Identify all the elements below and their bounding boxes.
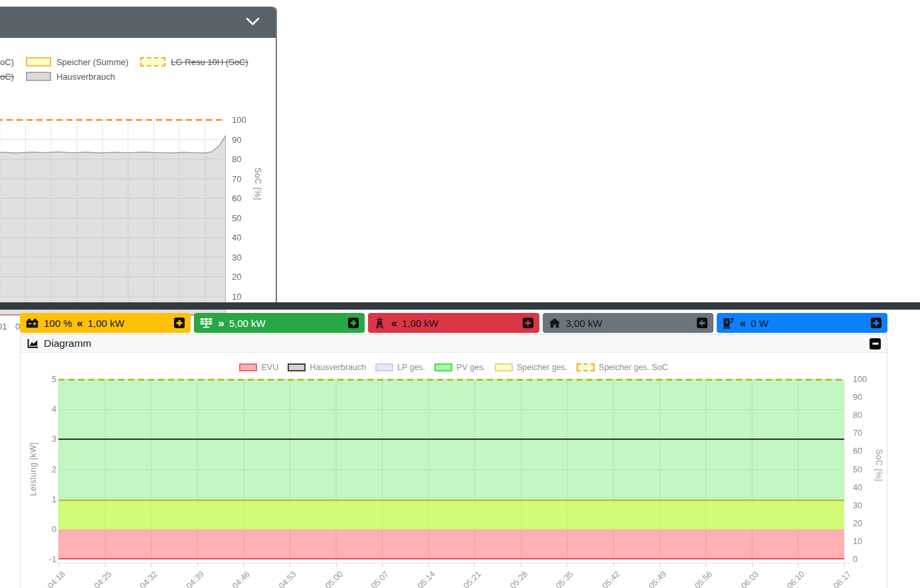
y-tick-label: 0 xyxy=(52,525,56,534)
legend-label: oC) xyxy=(0,57,14,67)
legend-swatch xyxy=(239,363,257,371)
y-tick-label: 50 xyxy=(232,213,241,223)
x-tick-mark xyxy=(844,563,845,567)
plus-square-icon[interactable] xyxy=(697,318,707,328)
y-tick-label: 80 xyxy=(232,154,241,164)
legend-swatch xyxy=(26,57,51,66)
x-tick-mark xyxy=(151,563,151,567)
soc-chart-panel: oC)Speicher (Summe)LG Resu 10H (SoC)oC)H… xyxy=(0,7,277,302)
x-tick-label: 05:00 xyxy=(317,569,344,588)
legend-label: Speicher ges. SoC xyxy=(598,363,668,372)
x-tick-mark xyxy=(521,563,521,567)
y-tick-label: 90 xyxy=(853,393,862,402)
x-tick-label: 05:21 xyxy=(456,569,483,588)
minus-square-icon[interactable] xyxy=(870,338,881,349)
chevron-down-icon[interactable] xyxy=(246,17,260,26)
chart-area-icon xyxy=(27,338,39,349)
x-tick-label: 04:18 xyxy=(40,569,67,588)
status-button-pv[interactable]: »5,00 kW xyxy=(194,313,365,333)
y-tick-label: 100 xyxy=(232,115,246,125)
y-tick-label: 2 xyxy=(52,465,56,474)
legend-item[interactable]: EVU xyxy=(239,363,278,372)
diagram-yaxis-left-title: Leistung [kW] xyxy=(29,436,38,502)
x-tick-mark xyxy=(243,563,244,567)
legend-label: LP ges. xyxy=(397,363,425,372)
x-tick-mark xyxy=(382,563,383,567)
x-tick-label: 06:03 xyxy=(733,569,761,588)
x-tick-mark xyxy=(613,563,614,567)
status-button-chargepoint[interactable]: «0 W xyxy=(717,313,887,333)
diagram-xaxis-line xyxy=(54,563,850,563)
status-power-value: 5,00 kW xyxy=(229,318,266,329)
legend-swatch xyxy=(26,72,51,81)
legend-swatch xyxy=(495,363,513,371)
legend-item[interactable]: LP ges. xyxy=(375,363,425,372)
y-tick-label: 100 xyxy=(853,375,867,384)
legend-label: Hausverbrauch xyxy=(310,363,366,372)
y-tick-label: 20 xyxy=(232,272,241,282)
soc-panel-body: oC)Speicher (Summe)LG Resu 10H (SoC)oC)H… xyxy=(0,38,276,302)
plus-square-icon[interactable] xyxy=(348,318,359,328)
x-tick-mark xyxy=(428,563,429,567)
diagram-panel-header[interactable]: Diagramm xyxy=(21,335,887,353)
status-button-row: 100 %«1,00 kW»5,00 kW«1,00 kW3,00 kW«0 W xyxy=(20,313,887,333)
legend-row: oC)Hausverbrauch xyxy=(0,69,260,84)
diagram-plot xyxy=(58,379,844,559)
series-area-speicher-ges- xyxy=(58,500,844,530)
x-tick-label: 04:46 xyxy=(225,569,252,588)
plus-square-icon[interactable] xyxy=(871,318,881,328)
y-tick-label: 0 xyxy=(853,555,858,564)
status-button-grid[interactable]: «1,00 kW xyxy=(368,313,539,333)
x-tick-label: 04:32 xyxy=(132,569,159,588)
power-direction-arrow: » xyxy=(218,318,224,329)
legend-item[interactable]: Speicher (Summe) xyxy=(26,57,128,67)
status-button-battery[interactable]: 100 %«1,00 kW xyxy=(20,313,191,333)
x-tick-mark xyxy=(197,563,198,567)
diagram-legend: EVUHausverbrauchLP ges.PV ges.Speicher g… xyxy=(21,363,887,372)
house-icon xyxy=(549,318,561,328)
y-tick-label: 40 xyxy=(853,483,862,492)
legend-item[interactable]: Hausverbrauch xyxy=(26,72,115,82)
transmission-tower-icon xyxy=(374,317,385,329)
status-button-house[interactable]: 3,00 kW xyxy=(543,313,713,333)
legend-item[interactable]: Speicher ges. xyxy=(495,363,567,372)
plus-square-icon[interactable] xyxy=(174,318,185,328)
y-tick-label: 70 xyxy=(853,429,862,438)
car-battery-icon xyxy=(26,318,39,328)
y-tick-label: 70 xyxy=(232,174,241,184)
legend-item[interactable]: Speicher ges. SoC xyxy=(577,363,668,372)
x-tick-mark xyxy=(705,563,706,567)
y-tick-label: 4 xyxy=(52,405,56,414)
diagram-panel: Diagramm EVUHausverbrauchLP ges.PV ges.S… xyxy=(20,334,887,588)
x-tick-label: 04:53 xyxy=(271,569,298,588)
x-tick-mark xyxy=(336,563,337,567)
y-tick-label: 10 xyxy=(232,292,241,302)
soc-chart-yaxis-title: SoC [%] xyxy=(253,167,262,200)
y-tick-label: 5 xyxy=(52,375,56,384)
charging-station-icon xyxy=(723,318,735,329)
series-area-evu xyxy=(58,530,844,559)
legend-label: LG Resu 10H (SoC) xyxy=(171,57,248,67)
y-tick-label: 3 xyxy=(52,435,56,444)
y-tick-label: 30 xyxy=(853,501,862,510)
status-power-value: 1,00 kW xyxy=(88,318,124,329)
y-tick-label: 30 xyxy=(232,252,241,262)
legend-item[interactable]: oC) xyxy=(0,72,14,82)
status-soc-text: 100 % xyxy=(44,318,72,329)
x-tick-label: 05:28 xyxy=(502,569,529,588)
legend-item[interactable]: oC) xyxy=(0,57,14,67)
y-tick-label: 1 xyxy=(52,495,56,504)
legend-label: EVU xyxy=(261,363,278,372)
soc-chart-yaxis: 1009080706050403020100 xyxy=(232,115,258,314)
legend-swatch xyxy=(577,363,595,371)
soc-chart-plot xyxy=(0,120,226,316)
soc-panel-header[interactable] xyxy=(0,7,276,38)
x-tick-label: 05:07 xyxy=(363,569,391,588)
legend-label: PV ges. xyxy=(456,363,486,372)
legend-item[interactable]: Hausverbrauch xyxy=(288,363,366,372)
legend-item[interactable]: PV ges. xyxy=(434,363,486,372)
legend-swatch xyxy=(288,363,306,371)
legend-item[interactable]: LG Resu 10H (SoC) xyxy=(140,57,248,67)
x-tick-mark xyxy=(752,563,753,567)
plus-square-icon[interactable] xyxy=(523,318,533,328)
